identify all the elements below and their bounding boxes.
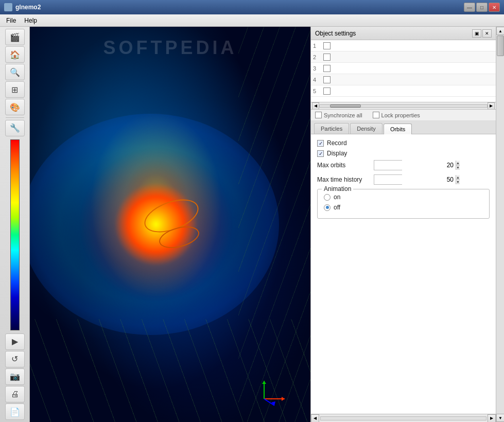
grid-button[interactable]: ⊞ — [5, 81, 25, 98]
object-row-4: 4 — [311, 74, 496, 85]
bottom-scroll-left[interactable]: ◀ — [311, 414, 319, 423]
max-orbits-spin-buttons: ▲ ▼ — [456, 161, 460, 170]
maximize-button[interactable]: □ — [476, 3, 488, 12]
max-time-spinbox[interactable]: ▲ ▼ — [374, 174, 402, 185]
axes-indicator — [259, 376, 290, 407]
row-check-5[interactable] — [323, 87, 331, 95]
orbits-tab-content: Record Display Max orbits ▲ ▼ — [311, 134, 496, 414]
tab-density[interactable]: Density — [350, 123, 383, 134]
file-button[interactable]: 📄 — [5, 403, 25, 420]
toolbar-sep-1 — [6, 117, 24, 118]
svg-marker-3 — [262, 381, 266, 384]
camera-button[interactable]: 📷 — [5, 368, 25, 385]
file-menu[interactable]: File — [2, 16, 20, 25]
synchronize-label: Synchronize all — [315, 112, 362, 118]
lock-checkbox[interactable] — [373, 112, 379, 118]
title-bar-left: glnemo2 — [4, 3, 41, 11]
object-row-2: 2 — [311, 51, 496, 63]
panel-title-bar: Object settings ▣ ✕ — [311, 27, 496, 40]
row-num-3: 3 — [313, 65, 323, 72]
max-time-up[interactable]: ▲ — [456, 175, 460, 180]
window-controls: — □ ✕ — [464, 3, 500, 12]
lock-label: Lock properties — [373, 112, 420, 118]
help-menu[interactable]: Help — [20, 16, 41, 25]
scroll-track[interactable] — [319, 104, 488, 108]
list-scrollbar[interactable]: ◀ ▶ — [311, 102, 496, 109]
scroll-right-arrow[interactable]: ▶ — [488, 102, 495, 110]
bottom-scroll-track[interactable] — [320, 416, 486, 420]
play-button[interactable]: ▶ — [5, 333, 25, 350]
panel-restore-button[interactable]: ▣ — [472, 29, 481, 38]
display-checkbox[interactable] — [317, 150, 324, 157]
panel-title: Object settings — [315, 30, 356, 37]
record-label: Record — [327, 139, 347, 147]
max-orbits-up[interactable]: ▲ — [456, 161, 460, 166]
print-button[interactable]: 🖨 — [5, 386, 25, 402]
scroll-thumb[interactable] — [330, 104, 361, 108]
max-time-input[interactable] — [374, 175, 456, 184]
animation-group-label: Animation — [322, 185, 353, 192]
title-bar: glnemo2 — □ ✕ — [0, 0, 504, 14]
scroll-track-v[interactable] — [496, 35, 504, 414]
grid-overlay-right — [238, 27, 310, 422]
left-toolbar: 🎬 🏠 🔍 ⊞ 🎨 🔧 ▶ ↺ 📷 🖨 📄 — [0, 27, 30, 422]
close-button[interactable]: ✕ — [489, 3, 500, 12]
scroll-up-arrow[interactable]: ▲ — [496, 27, 504, 35]
main-layout: 🎬 🏠 🔍 ⊞ 🎨 🔧 ▶ ↺ 📷 🖨 📄 SOFTPEDIA — [0, 27, 504, 422]
menu-bar: File Help — [0, 14, 504, 27]
record-checkbox[interactable] — [317, 140, 324, 147]
object-row-1: 1 — [311, 40, 496, 51]
app-icon — [4, 3, 12, 11]
window-title: glnemo2 — [15, 4, 41, 11]
scroll-left-arrow[interactable]: ◀ — [312, 102, 319, 110]
minimize-button[interactable]: — — [464, 3, 475, 12]
color-scale-bar — [10, 139, 20, 330]
panel-close-button[interactable]: ✕ — [482, 29, 492, 38]
max-orbits-input[interactable] — [374, 161, 456, 170]
animation-on-radio[interactable] — [324, 194, 331, 201]
synchronize-text: Synchronize all — [324, 112, 362, 118]
animation-group: Animation on off — [317, 189, 490, 219]
object-settings-panel: Object settings ▣ ✕ 1 2 3 — [310, 27, 496, 422]
tab-orbits[interactable]: Orbits — [384, 124, 412, 134]
synchronize-checkbox[interactable] — [315, 112, 322, 118]
max-time-spin-buttons: ▲ ▼ — [456, 175, 460, 184]
tab-particles[interactable]: Particles — [314, 123, 349, 134]
record-row: Record — [317, 139, 490, 147]
row-num-5: 5 — [313, 88, 323, 94]
animation-on-label: on — [334, 194, 340, 201]
bottom-scrollbar[interactable]: ◀ ▶ — [311, 414, 496, 422]
row-check-3[interactable] — [323, 65, 331, 72]
viewport[interactable]: SOFTPEDIA — [30, 27, 310, 422]
max-orbits-label: Max orbits — [317, 162, 374, 169]
settings-button[interactable]: 🔧 — [5, 120, 25, 136]
row-check-4[interactable] — [323, 76, 331, 83]
animation-off-row: off — [324, 204, 483, 211]
row-check-1[interactable] — [323, 42, 331, 49]
refresh-button[interactable]: ↺ — [5, 351, 25, 367]
max-time-row: Max time history ▲ ▼ — [317, 174, 490, 185]
panel-controls: ▣ ✕ — [472, 29, 492, 38]
tabs-bar: Particles Density Orbits — [311, 121, 496, 134]
row-num-2: 2 — [313, 54, 323, 60]
home-button[interactable]: 🏠 — [5, 46, 25, 63]
bottom-scroll-right[interactable]: ▶ — [488, 414, 496, 423]
scroll-thumb-v[interactable] — [497, 36, 504, 56]
lock-text: Lock properties — [381, 112, 420, 118]
palette-button[interactable]: 🎨 — [5, 99, 25, 115]
max-time-label: Max time history — [317, 176, 374, 183]
row-check-2[interactable] — [323, 54, 331, 61]
animation-off-label: off — [334, 204, 340, 211]
zoom-button[interactable]: 🔍 — [5, 64, 25, 80]
object-row-3: 3 — [311, 63, 496, 74]
max-orbits-spinbox[interactable]: ▲ ▼ — [374, 160, 402, 170]
max-orbits-down[interactable]: ▼ — [456, 166, 460, 170]
film-button[interactable]: 🎬 — [5, 29, 25, 45]
max-time-down[interactable]: ▼ — [456, 180, 460, 185]
animation-off-radio[interactable] — [324, 204, 331, 211]
row-num-1: 1 — [313, 43, 323, 49]
right-scrollbar[interactable]: ▲ ▼ — [496, 27, 504, 422]
viewport-canvas: SOFTPEDIA — [30, 27, 310, 422]
animation-on-row: on — [324, 194, 483, 201]
scroll-down-arrow[interactable]: ▼ — [496, 414, 504, 422]
